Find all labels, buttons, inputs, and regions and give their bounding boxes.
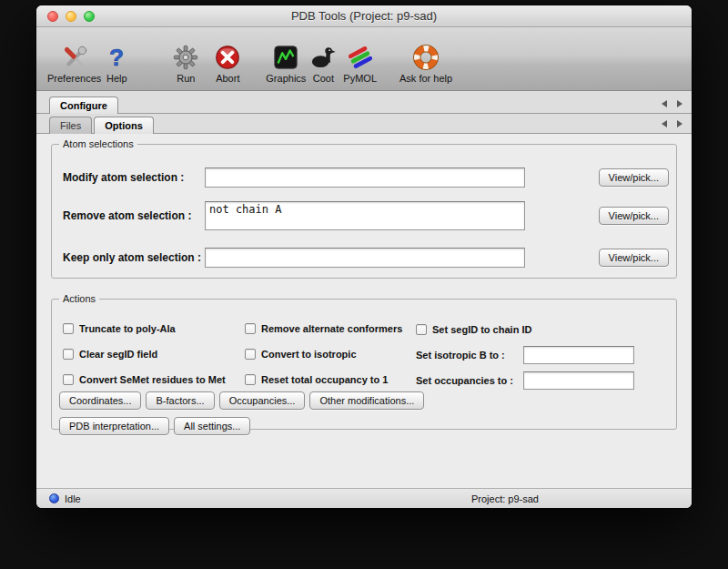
checkbox-label: Truncate to poly-Ala (79, 323, 176, 334)
set-occupancies-input[interactable] (523, 371, 634, 390)
toolbar-label-coot: Coot (313, 73, 334, 84)
modify-view-pick-button[interactable]: View/pick... (599, 168, 669, 187)
checkbox-label: Convert SeMet residues to Met (79, 374, 226, 385)
keep-selection-row: Keep only atom selection : View/pick... (63, 246, 669, 269)
statusbar: Idle Project: p9-sad (36, 488, 692, 508)
set-isotropic-b-input[interactable] (523, 346, 634, 364)
group-actions: Actions Truncate to poly-Ala Remove alte… (51, 293, 677, 430)
tab-files[interactable]: Files (49, 117, 92, 134)
remove-selection-row: Remove atom selection : not chain A View… (63, 198, 669, 233)
pdb-tools-window: PDB Tools (Project: p9-sad) Preferences (36, 5, 692, 508)
checkbox-convert-to-isotropic[interactable]: Convert to isotropic (245, 349, 357, 360)
remove-view-pick-button[interactable]: View/pick... (599, 207, 669, 225)
checkbox-set-segid-to-chain-id[interactable]: Set segID to chain ID (416, 324, 531, 335)
checkbox-icon (245, 374, 256, 385)
actions-buttons-row-1: Coordinates... B-factors... Occupancies.… (59, 391, 424, 410)
all-settings-button[interactable]: All settings... (174, 417, 250, 435)
tab-scroll-right-icon[interactable] (677, 100, 682, 107)
other-modifications-button[interactable]: Other modifications... (309, 391, 424, 410)
toolbar-item-preferences[interactable]: Preferences (47, 44, 101, 84)
tab-scroll-left-icon[interactable] (662, 100, 667, 107)
toolbar-label-help: Help (106, 73, 127, 84)
actions-row-2: Clear segID field Convert to isotropic S… (63, 348, 669, 362)
b-factors-button[interactable]: B-factors... (146, 391, 214, 410)
actions-row-3: Convert SeMet residues to Met Reset tota… (63, 373, 669, 388)
toolbar-item-run[interactable]: Run (172, 44, 199, 84)
tab-configure-label: Configure (60, 100, 107, 111)
checkbox-icon (416, 324, 427, 335)
graphics-icon (272, 44, 299, 71)
sub-tab-scroll-left-icon[interactable] (662, 120, 667, 127)
tools-icon (61, 44, 88, 71)
checkbox-icon (63, 374, 74, 385)
remove-selection-input[interactable]: not chain A (205, 201, 525, 230)
modify-selection-row: Modify atom selection : View/pick... (63, 166, 669, 189)
status-indicator-icon (49, 493, 59, 503)
svg-text:?: ? (109, 44, 124, 71)
toolbar-label-run: Run (177, 73, 195, 84)
checkbox-reset-total-occupancy[interactable]: Reset total occupancy to 1 (245, 374, 388, 385)
sub-tab-pager (662, 120, 692, 133)
checkbox-remove-alternate-conformers[interactable]: Remove alternate conformers (245, 323, 402, 334)
group-atom-selections: Atom selections Modify atom selection : … (51, 138, 677, 279)
actions-buttons-row-2: PDB interpretation... All settings... (59, 417, 250, 435)
remove-selection-label: Remove atom selection : (63, 209, 205, 222)
checkbox-convert-semet-to-met[interactable]: Convert SeMet residues to Met (63, 374, 226, 385)
help-icon: ? (103, 44, 130, 71)
keep-selection-label: Keep only atom selection : (63, 251, 205, 264)
lifering-icon (412, 44, 440, 71)
toolbar-label-preferences: Preferences (47, 73, 101, 84)
toolbar-item-pymol[interactable]: PyMOL (343, 44, 377, 84)
tab-pager (662, 100, 692, 113)
toolbar-item-ask-for-help[interactable]: Ask for help (399, 44, 452, 84)
tab-options[interactable]: Options (94, 117, 154, 134)
actions-row-1: Truncate to poly-Ala Remove alternate co… (63, 322, 669, 337)
toolbar-item-help[interactable]: ? Help (103, 44, 130, 84)
checkbox-truncate-poly-ala[interactable]: Truncate to poly-Ala (63, 323, 176, 334)
checkbox-label: Set segID to chain ID (432, 324, 531, 335)
toolbar-label-ask-for-help: Ask for help (399, 73, 452, 84)
occupancies-button[interactable]: Occupancies... (219, 391, 306, 410)
modify-selection-label: Modify atom selection : (63, 171, 205, 184)
checkbox-label: Remove alternate conformers (261, 323, 402, 334)
checkbox-icon (245, 323, 256, 334)
toolbar-label-abort: Abort (216, 73, 239, 84)
abort-icon (214, 44, 241, 71)
group-atom-selections-title: Atom selections (59, 138, 137, 149)
toolbar-item-graphics[interactable]: Graphics (266, 44, 306, 84)
set-isotropic-b-label: Set isotropic B to : (416, 350, 505, 361)
pymol-icon (347, 44, 374, 71)
toolbar-label-pymol: PyMOL (343, 73, 377, 84)
checkbox-label: Reset total occupancy to 1 (261, 374, 388, 385)
toolbar-item-coot[interactable]: Coot (309, 44, 337, 84)
checkbox-clear-segid-field[interactable]: Clear segID field (63, 349, 157, 360)
project-label: Project: p9-sad (471, 493, 539, 504)
coot-icon (309, 44, 337, 71)
keep-view-pick-button[interactable]: View/pick... (599, 249, 669, 267)
tab-configure[interactable]: Configure (49, 97, 118, 114)
tab-options-label: Options (105, 120, 143, 131)
sub-tabbar: Files Options (36, 114, 692, 134)
toolbar-label-graphics: Graphics (266, 73, 306, 84)
titlebar[interactable]: PDB Tools (Project: p9-sad) (36, 5, 692, 27)
checkbox-label: Convert to isotropic (261, 349, 357, 360)
checkbox-icon (63, 323, 74, 334)
keep-selection-input[interactable] (205, 248, 525, 268)
window-title: PDB Tools (Project: p9-sad) (36, 9, 692, 23)
group-actions-title: Actions (59, 293, 99, 304)
sub-tab-scroll-right-icon[interactable] (677, 120, 682, 127)
toolbar-item-abort[interactable]: Abort (214, 44, 241, 84)
tab-files-label: Files (60, 120, 81, 131)
toolbar: Preferences ? Help (36, 27, 692, 91)
set-occupancies-label: Set occupancies to : (416, 375, 513, 386)
pdb-interpretation-button[interactable]: PDB interpretation... (59, 417, 169, 435)
gear-icon (172, 44, 199, 71)
coordinates-button[interactable]: Coordinates... (59, 391, 141, 410)
checkbox-icon (63, 349, 74, 360)
status-text: Idle (65, 493, 81, 504)
main-tabbar: Configure (36, 91, 692, 114)
checkbox-label: Clear segID field (79, 349, 157, 360)
modify-selection-input[interactable] (205, 168, 525, 188)
checkbox-icon (245, 349, 256, 360)
options-panel: Atom selections Modify atom selection : … (36, 134, 692, 488)
